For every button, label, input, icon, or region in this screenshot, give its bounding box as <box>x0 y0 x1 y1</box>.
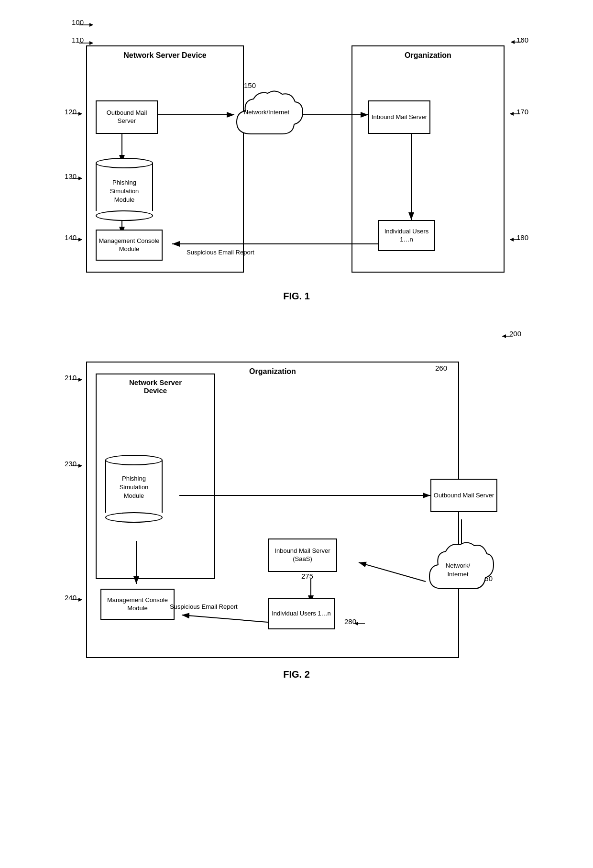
cyl-body-1: PhishingSimulationModule <box>96 163 153 211</box>
svg-marker-21 <box>510 112 514 116</box>
ref170-arrow <box>507 110 520 118</box>
svg-marker-33 <box>502 334 506 338</box>
ref140-arrow <box>72 236 86 243</box>
ref180-arrow <box>507 236 520 243</box>
cloud-wrap-2: Network/Internet <box>421 538 495 603</box>
outbound-mail-server-label: Outbound Mail Server <box>97 109 157 125</box>
fig1-label: FIG. 1 <box>283 291 310 302</box>
network-server-device-title: Network Server Device <box>123 51 206 60</box>
inbound-mail-server-box: Inbound Mail Server <box>368 100 430 134</box>
inbound-mail-saas-label: Inbound Mail Server (SaaS) <box>269 547 336 563</box>
ref200-arrow <box>498 331 517 341</box>
figure-2: 200 210 220 230 240 <box>10 321 583 680</box>
inbound-mail-saas-box: Inbound Mail Server (SaaS) <box>268 538 337 572</box>
management-console-label: Management Console Module <box>97 237 162 253</box>
svg-marker-19 <box>511 40 515 44</box>
ref120-arrow <box>72 110 86 118</box>
cyl-top-2 <box>105 455 163 465</box>
individual-users-2-label: Individual Users 1…n <box>272 610 331 618</box>
cloud-wrap-1: Network/Internet <box>227 88 306 148</box>
svg-marker-9 <box>89 23 93 27</box>
svg-marker-17 <box>78 238 82 242</box>
cloud-svg-1 <box>227 88 306 146</box>
fig2-diagram: 200 210 220 230 240 <box>33 321 560 665</box>
figure-1: 100 110 120 130 140 <box>10 10 583 302</box>
ref130-arrow <box>72 175 86 182</box>
org-title-2: Organization <box>249 367 296 376</box>
individual-users-box: Individual Users 1…n <box>378 220 435 251</box>
svg-marker-13 <box>78 112 82 116</box>
organization-title: Organization <box>405 51 451 60</box>
cyl2: PhishingSimulationModule <box>105 455 163 523</box>
fig1-diagram: 100 110 120 130 140 <box>33 10 560 287</box>
svg-marker-39 <box>78 464 82 468</box>
ref240-arrow <box>72 596 86 604</box>
ref230-arrow <box>72 462 86 470</box>
outbound-mail-server-box: Outbound Mail Server <box>96 100 158 134</box>
outbound-mail-server-2-label: Outbound Mail Server <box>434 492 494 500</box>
management-console-box-2: Management Console Module <box>100 589 175 620</box>
management-console-2-label: Management Console Module <box>101 596 174 613</box>
cyl-bottom-2 <box>105 512 163 523</box>
fig2-label: FIG. 2 <box>283 669 310 680</box>
individual-users-box-2: Individual Users 1…n <box>268 598 335 629</box>
network-internet-label: Network/Internet <box>227 109 306 116</box>
outbound-mail-server-box-2: Outbound Mail Server <box>430 479 497 512</box>
cyl-bottom-1 <box>96 210 153 221</box>
ref160-arrow <box>507 38 521 46</box>
suspicious-email-report-label: Suspicious Email Report <box>187 249 254 256</box>
ref210-arrow <box>72 376 86 384</box>
svg-marker-35 <box>78 378 82 382</box>
svg-marker-11 <box>89 41 93 45</box>
cyl-top-1 <box>96 158 153 168</box>
phishing-simulation-cylinder: PhishingSimulationModule <box>96 158 153 221</box>
svg-marker-41 <box>78 598 82 602</box>
svg-marker-23 <box>510 238 514 242</box>
phishing-sim-2-label: PhishingSimulationModule <box>106 474 162 501</box>
page: 100 110 120 130 140 <box>10 10 583 680</box>
management-console-box: Management Console Module <box>96 230 163 261</box>
phishing-simulation-2: PhishingSimulationModule <box>105 455 163 523</box>
inbound-mail-server-label: Inbound Mail Server <box>372 113 427 121</box>
phishing-cylinder-shape: PhishingSimulationModule <box>96 158 153 221</box>
svg-marker-15 <box>78 176 82 180</box>
network-internet-2-label: Network/Internet <box>421 561 495 579</box>
cyl-body-2: PhishingSimulationModule <box>105 460 163 513</box>
individual-users-label: Individual Users 1…n <box>379 228 434 244</box>
nsd-title-2: Network ServerDevice <box>129 378 182 395</box>
suspicious-email-report-2-label: Suspicious Email Report <box>170 603 238 610</box>
ref100-arrow <box>79 20 98 30</box>
phishing-simulation-label: PhishingSimulationModule <box>97 178 152 205</box>
